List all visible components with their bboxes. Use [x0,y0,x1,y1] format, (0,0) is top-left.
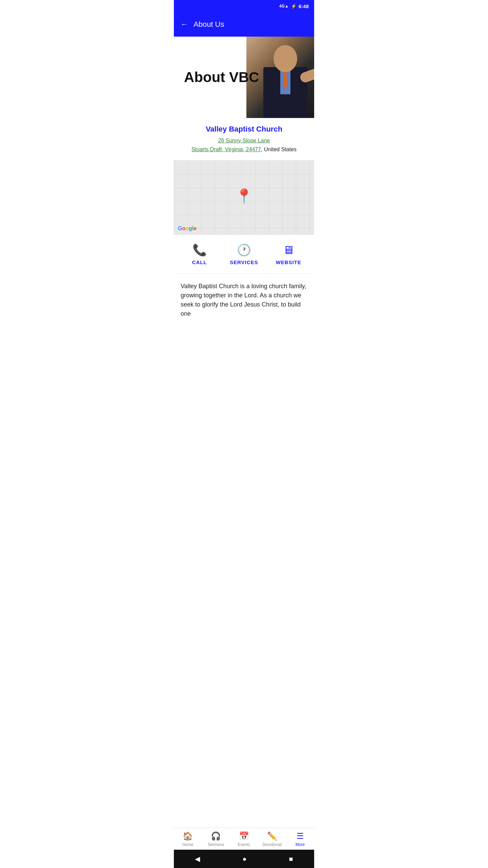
google-logo: Google [178,225,197,232]
call-label: CALL [192,259,207,265]
action-buttons: 📞 CALL 🕐 SERVICES 🖥 WEBSITE [174,235,314,274]
call-button[interactable]: 📞 CALL [177,243,222,265]
status-bar: 4G▲ ⚡ 6:48 [174,0,314,12]
church-address-line1[interactable]: 26 Sunny Slope Lane [218,138,270,143]
battery-icon: ⚡ [291,3,297,9]
nav-spacer [174,329,314,369]
hero-heading: About VBC [184,70,259,85]
map-background: 📍 Google [174,160,314,235]
signal-icon: 4G▲ [279,4,289,8]
website-label: WEBSITE [276,259,301,265]
hero-text: About VBC [174,59,269,95]
description-section: Valley Baptist Church is a loving church… [174,274,314,329]
map-container[interactable]: 📍 Google [174,160,314,235]
church-info: Valley Baptist Church 26 Sunny Slope Lan… [174,118,314,160]
map-pin: 📍 [235,188,253,204]
services-label: SERVICES [230,259,258,265]
church-address-line2[interactable]: Stuarts Draft, Virginia, 24477 [191,146,261,152]
svg-point-3 [273,45,297,72]
services-button[interactable]: 🕐 SERVICES [222,243,266,265]
services-icon: 🕐 [237,243,251,257]
clock: 6:48 [299,3,309,9]
top-nav: ← About Us [174,12,314,37]
church-address-block: 26 Sunny Slope Lane Stuarts Draft, Virgi… [181,136,307,154]
website-button[interactable]: 🖥 WEBSITE [266,243,311,265]
website-icon: 🖥 [283,243,294,257]
call-icon: 📞 [192,243,207,257]
hero-section: About VBC [174,37,314,118]
page-title: About Us [194,20,224,29]
description-text: Valley Baptist Church is a loving church… [181,282,307,318]
church-name: Valley Baptist Church [181,125,307,134]
church-country: , United States [261,146,297,152]
back-button[interactable]: ← [181,20,188,29]
